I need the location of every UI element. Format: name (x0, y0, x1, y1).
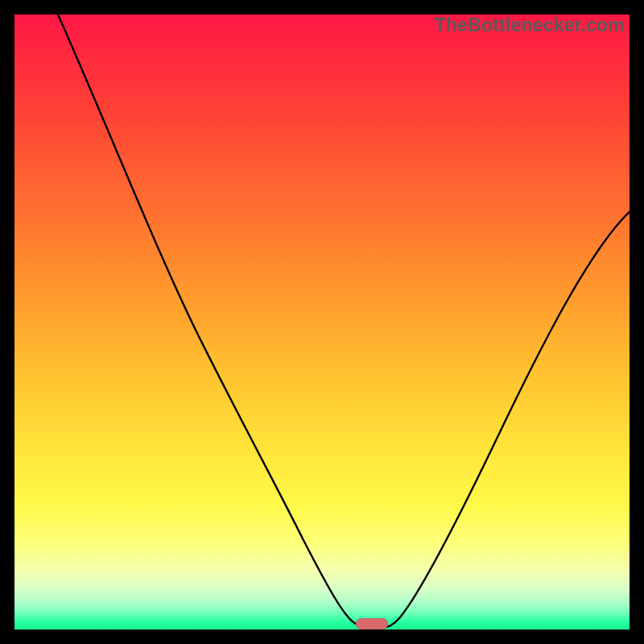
curve-path (58, 14, 630, 628)
chart-frame: TheBottlenecker.com (0, 0, 644, 644)
plot-area: TheBottlenecker.com (14, 14, 630, 630)
bottleneck-curve (14, 14, 630, 630)
optimal-marker (356, 618, 388, 630)
